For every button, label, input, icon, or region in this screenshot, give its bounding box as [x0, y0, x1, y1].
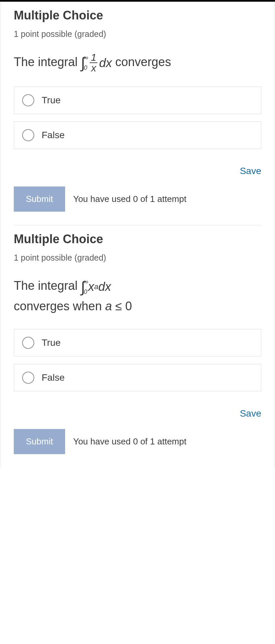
save-link[interactable]: Save: [240, 166, 261, 176]
upper-bound: ∞: [84, 279, 88, 285]
option-false[interactable]: False: [14, 364, 261, 391]
question-prefix: The integral: [14, 55, 81, 69]
lower-bound: 0: [84, 65, 88, 71]
lower-bound: 0: [84, 289, 88, 295]
submit-row: Submit You have used 0 of 1 attempt: [14, 186, 261, 212]
save-link[interactable]: Save: [240, 408, 261, 419]
integral-expression: ∫∞01xdx: [81, 52, 112, 73]
exponent: a: [94, 281, 98, 292]
denominator: x: [90, 62, 97, 73]
attempts-text: You have used 0 of 1 attempt: [73, 194, 186, 204]
actions-row: Save: [14, 166, 261, 176]
radio-icon: [22, 337, 34, 349]
question-line2-var: a: [105, 299, 112, 313]
problem-1: Multiple Choice 1 point possible (graded…: [0, 2, 275, 225]
problem-2: Multiple Choice 1 point possible (graded…: [0, 225, 275, 468]
option-label: False: [42, 130, 64, 141]
problem-subheading: 1 point possible (graded): [14, 29, 261, 39]
integral-bounds: ∞0: [84, 55, 88, 71]
dx: dx: [98, 277, 111, 297]
question-line2-c: ≤ 0: [112, 299, 132, 313]
attempts-text: You have used 0 of 1 attempt: [73, 436, 186, 447]
quiz-container: Multiple Choice 1 point possible (graded…: [0, 2, 275, 468]
option-label: True: [42, 337, 61, 348]
question-line2-a: converges when: [14, 299, 105, 313]
option-true[interactable]: True: [14, 87, 261, 114]
option-label: True: [42, 95, 61, 106]
actions-row: Save: [14, 408, 261, 419]
base: x: [88, 277, 94, 297]
fraction: 1x: [90, 52, 98, 73]
option-false[interactable]: False: [14, 121, 261, 149]
problem-subheading: 1 point possible (graded): [14, 253, 261, 263]
integral-expression: ∫∞0xadx: [81, 277, 111, 297]
submit-button[interactable]: Submit: [14, 429, 65, 454]
question-prefix: The integral: [14, 279, 81, 292]
submit-button[interactable]: Submit: [14, 186, 65, 212]
numerator: 1: [90, 52, 98, 62]
option-label: False: [42, 372, 64, 383]
radio-icon: [22, 94, 34, 106]
option-true[interactable]: True: [14, 329, 261, 357]
radio-icon: [22, 129, 34, 141]
question-text: The integral ∫∞01xdx converges: [14, 52, 261, 73]
question-text: The integral ∫∞0xadx converges when a ≤ …: [14, 276, 261, 316]
submit-row: Submit You have used 0 of 1 attempt: [14, 429, 261, 454]
question-suffix: converges: [112, 55, 171, 69]
dx: dx: [99, 53, 112, 73]
integral-bounds: ∞0: [84, 279, 88, 295]
problem-heading: Multiple Choice: [14, 232, 261, 246]
upper-bound: ∞: [84, 55, 88, 61]
problem-heading: Multiple Choice: [14, 8, 261, 22]
radio-icon: [22, 372, 34, 384]
